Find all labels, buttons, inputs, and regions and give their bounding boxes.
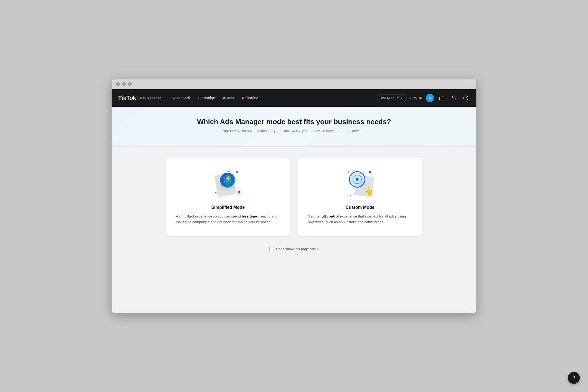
nav-right: My Account ▾ English u: [377, 94, 470, 102]
dont-show-label[interactable]: Don't show this page again: [276, 247, 318, 251]
chevron-down-icon: ▾: [401, 97, 402, 100]
nav-reporting[interactable]: Reporting: [242, 96, 258, 100]
dont-show-checkbox-row: Don't show this page again: [270, 247, 318, 251]
dont-show-checkbox[interactable]: [270, 247, 274, 251]
simplified-mode-card[interactable]: ⚡ ✦ ✦ Simplified Mode A simplified exper: [166, 158, 290, 236]
traffic-light-minimize[interactable]: [122, 82, 126, 86]
hero-subtitle: Not sure which option is best for you? D…: [117, 129, 471, 133]
my-account-label: My Account: [381, 96, 399, 100]
briefcase-icon[interactable]: [438, 94, 446, 102]
logo-ads: Ads Manager: [140, 96, 161, 100]
nav-links: Dashboard Campaign Assets Reporting: [171, 96, 368, 100]
custom-target-dot: [356, 178, 359, 181]
hero-section: Which Ads Manager mode best fits your bu…: [112, 107, 476, 147]
custom-mode-illustration: 👆 ✦ ✦: [345, 169, 375, 198]
logo-tiktok: TikTok:: [118, 94, 138, 102]
browser-chrome: [112, 79, 476, 89]
custom-target-circle: [349, 171, 365, 188]
lightning-icon: ⚡: [225, 175, 232, 182]
nav-dashboard[interactable]: Dashboard: [171, 96, 190, 100]
sparkle-icon-4: ✦: [350, 194, 352, 197]
svg-rect-0: [440, 97, 444, 100]
cards-container: ⚡ ✦ ✦ Simplified Mode A simplified exper: [166, 158, 422, 236]
custom-target-inner: [353, 175, 362, 184]
help-circle-icon[interactable]: [462, 94, 470, 102]
app-content: TikTok: Ads Manager Dashboard Campaign A…: [112, 89, 476, 313]
help-fab-icon: ?: [572, 375, 575, 381]
help-fab-button[interactable]: ?: [568, 372, 580, 384]
navbar: TikTok: Ads Manager Dashboard Campaign A…: [112, 89, 476, 107]
nav-assets[interactable]: Assets: [223, 96, 234, 100]
pink-dot: [238, 191, 240, 194]
bell-icon[interactable]: [450, 94, 458, 102]
sparkle-icon: ✦: [227, 170, 230, 173]
browser-window: TikTok: Ads Manager Dashboard Campaign A…: [112, 79, 476, 313]
nav-campaign[interactable]: Campaign: [198, 96, 215, 100]
user-avatar[interactable]: u: [426, 94, 434, 102]
sparkle-icon-2: ✦: [214, 191, 217, 195]
page-title: Which Ads Manager mode best fits your bu…: [117, 118, 471, 126]
custom-mode-desc: Get the full control experience that's p…: [308, 214, 412, 225]
simplified-mode-title: Simplified Mode: [176, 205, 280, 210]
language-label: English: [410, 96, 422, 100]
main-content: ⚡ ✦ ✦ Simplified Mode A simplified exper: [112, 147, 476, 313]
traffic-light-maximize[interactable]: [128, 82, 132, 86]
simplified-mode-desc: A simplified experience so you can spend…: [176, 214, 280, 225]
custom-pink-dot: [369, 171, 371, 173]
custom-mode-card[interactable]: 👆 ✦ ✦ Custom Mode Get the full control e…: [298, 158, 422, 236]
logo-area: TikTok: Ads Manager: [118, 94, 161, 102]
custom-mode-title: Custom Mode: [308, 205, 412, 210]
simplified-mode-illustration: ⚡ ✦ ✦: [213, 169, 243, 198]
blue-dot: [236, 171, 238, 173]
traffic-light-close[interactable]: [116, 82, 120, 86]
hand-cursor-icon: 👆: [365, 187, 374, 196]
my-account-button[interactable]: My Account ▾: [377, 94, 406, 102]
svg-point-1: [464, 96, 468, 100]
sparkle-icon-3: ✦: [347, 170, 350, 174]
